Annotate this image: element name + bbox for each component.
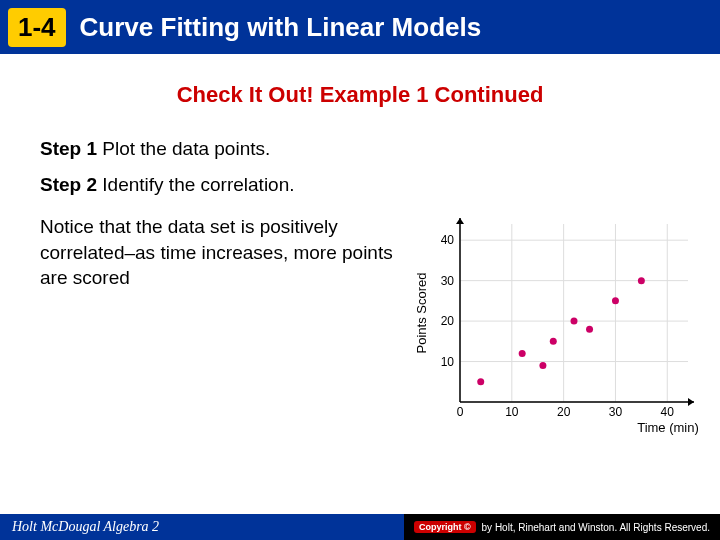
svg-point-28 — [550, 338, 557, 345]
page-subtitle: Check It Out! Example 1 Continued — [0, 82, 720, 108]
header-bar: 1-4 Curve Fitting with Linear Models — [0, 0, 720, 54]
copyright-badge: Copyright © — [414, 521, 476, 533]
content-area: Step 1 Plot the data points. Step 2 Iden… — [0, 138, 720, 444]
scatter-chart: 01020304010203040Time (min)Points Scored — [410, 214, 700, 444]
copyright-text: by Holt, Rinehart and Winston. All Right… — [482, 522, 710, 533]
svg-text:30: 30 — [441, 274, 455, 288]
svg-text:40: 40 — [441, 233, 455, 247]
step-1-text: Plot the data points. — [102, 138, 270, 159]
svg-text:20: 20 — [441, 314, 455, 328]
svg-point-26 — [519, 350, 526, 357]
step-2-label: Step 2 — [40, 174, 97, 195]
copyright-bar: Copyright © by Holt, Rinehart and Winsto… — [404, 514, 720, 540]
svg-text:40: 40 — [661, 405, 675, 419]
section-number-badge: 1-4 — [8, 8, 66, 47]
correlation-note: Notice that the data set is positively c… — [40, 214, 410, 291]
svg-marker-11 — [688, 398, 694, 406]
step-1-label: Step 1 — [40, 138, 97, 159]
svg-text:30: 30 — [609, 405, 623, 419]
svg-text:20: 20 — [557, 405, 571, 419]
svg-point-25 — [477, 378, 484, 385]
footer-book-title: Holt McDougal Algebra 2 — [12, 519, 159, 535]
svg-point-31 — [612, 297, 619, 304]
svg-text:Time (min): Time (min) — [637, 420, 699, 435]
step-2-text: Identify the correlation. — [102, 174, 294, 195]
svg-text:Points Scored: Points Scored — [414, 273, 429, 354]
svg-marker-13 — [456, 218, 464, 224]
svg-point-30 — [586, 326, 593, 333]
body-row: Notice that the data set is positively c… — [40, 214, 690, 444]
svg-point-27 — [539, 362, 546, 369]
svg-text:10: 10 — [505, 405, 519, 419]
svg-point-32 — [638, 277, 645, 284]
svg-point-29 — [571, 318, 578, 325]
svg-text:10: 10 — [441, 355, 455, 369]
svg-text:0: 0 — [457, 405, 464, 419]
header-title: Curve Fitting with Linear Models — [80, 12, 482, 43]
step-1: Step 1 Plot the data points. — [40, 138, 690, 160]
step-2: Step 2 Identify the correlation. — [40, 174, 690, 196]
